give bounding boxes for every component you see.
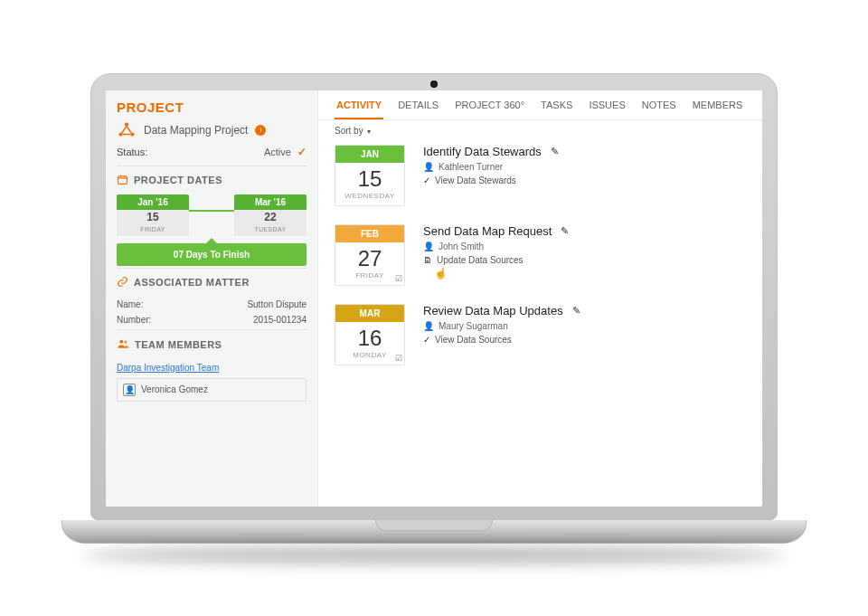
activity-feed: JAN15WEDNESDAYIdentify Data Stewards✎👤Ka… (318, 141, 762, 369)
activity-title: Review Data Map Updates (423, 304, 563, 317)
date-range-end: Mar '16 22 TUESDAY (234, 194, 307, 236)
tab-activity[interactable]: ACTIVITY (335, 100, 383, 119)
people-icon (117, 337, 129, 352)
screen-bezel: PROJECT Data Mapping Project i St (90, 73, 778, 520)
calendar-tile: JAN15WEDNESDAY (335, 145, 405, 206)
calendar-month: JAN (335, 146, 404, 163)
activity-sub-label: View Data Sources (435, 335, 512, 345)
calendar-tile: FEB27FRIDAY☑ (335, 224, 405, 286)
tabs-nav: ACTIVITYDETAILSPROJECT 360°TASKSISSUESNO… (318, 90, 762, 120)
activity-person: Maury Sugarman (439, 321, 508, 331)
document-icon: 🗎 (423, 255, 432, 265)
link-icon (117, 276, 128, 289)
chevron-down-icon: ▾ (367, 128, 371, 136)
calendar-day: 27 (335, 242, 404, 271)
activity-sub-row[interactable]: ✓View Data Stewards (423, 175, 559, 185)
activity-card: JAN15WEDNESDAYIdentify Data Stewards✎👤Ka… (335, 145, 746, 206)
calendar-weekday: WEDNESDAY (335, 192, 404, 205)
matter-name-row: Name: Sutton Dispute (117, 297, 307, 312)
corner-check-icon: ☑ (395, 274, 402, 283)
edit-icon[interactable]: ✎ (572, 305, 580, 317)
activity-sub-row[interactable]: ✓View Data Sources (423, 335, 580, 345)
person-icon: 👤 (123, 384, 136, 396)
date-range-start: Jan '16 15 FRIDAY (117, 194, 189, 236)
check-icon: ✓ (297, 146, 307, 158)
calendar-icon (117, 174, 128, 187)
activity-person: Kathleen Turner (439, 162, 503, 172)
svg-point-1 (118, 132, 122, 136)
calendar-tile: MAR16MONDAY☑ (335, 304, 405, 365)
tab-issues[interactable]: ISSUES (587, 100, 627, 119)
cursor-hand-icon: ☝ (434, 267, 569, 280)
matter-number-row: Number: 2015-001234 (117, 312, 307, 327)
activity-body: Review Data Map Updates✎👤Maury Sugarman✓… (423, 304, 580, 365)
status-row: Status: Active ✓ (117, 146, 307, 158)
section-heading: PROJECT DATES (134, 175, 222, 185)
activity-sub-row[interactable]: 🗎Update Data Sources (423, 255, 569, 265)
corner-check-icon: ☑ (395, 354, 402, 363)
project-sidebar: PROJECT Data Mapping Project i St (106, 90, 318, 507)
trackpad-notch (375, 520, 493, 531)
calendar-day: 16 (335, 322, 404, 351)
activity-title-row: Identify Data Stewards✎ (423, 145, 559, 158)
svg-point-5 (125, 340, 127, 343)
laptop-base (61, 520, 807, 544)
activity-card: MAR16MONDAY☑Review Data Map Updates✎👤Mau… (335, 304, 746, 365)
edit-icon[interactable]: ✎ (551, 146, 559, 157)
team-link[interactable]: Darpa Investigation Team (117, 359, 307, 378)
section-heading: TEAM MEMBERS (135, 339, 222, 350)
tab-details[interactable]: DETAILS (396, 100, 440, 119)
tab-members[interactable]: MEMBERS (691, 100, 745, 119)
days-remaining-pill: 07 Days To Finish (117, 243, 307, 266)
team-member-row[interactable]: 👤 Veronica Gomez (117, 378, 307, 402)
tab-notes[interactable]: NOTES (640, 100, 678, 119)
svg-point-0 (125, 122, 128, 126)
info-icon[interactable]: i (255, 125, 266, 136)
main-panel: ACTIVITYDETAILSPROJECT 360°TASKSISSUESNO… (318, 90, 762, 507)
person-icon: 👤 (423, 162, 434, 172)
section-heading: ASSOCIATED MATTER (134, 277, 250, 288)
calendar-weekday: MONDAY (335, 351, 404, 365)
calendar-weekday: FRIDAY (335, 271, 404, 285)
status-value: Active ✓ (264, 146, 307, 158)
activity-card: FEB27FRIDAY☑Send Data Map Request✎👤John … (335, 224, 746, 286)
tab-tasks[interactable]: TASKS (539, 100, 574, 119)
activity-title: Send Data Map Request (423, 224, 552, 238)
svg-point-4 (119, 339, 123, 343)
person-icon: 👤 (423, 321, 434, 331)
activity-sub-label: Update Data Sources (437, 255, 524, 265)
project-nodes-icon (117, 120, 137, 140)
team-member-name: Veronica Gomez (141, 384, 208, 394)
activity-title: Identify Data Stewards (423, 145, 542, 158)
app-screen: PROJECT Data Mapping Project i St (106, 90, 762, 507)
activity-person-row: 👤Kathleen Turner (423, 162, 559, 172)
laptop-mockup: PROJECT Data Mapping Project i St (90, 73, 778, 544)
activity-person: John Smith (439, 242, 484, 251)
calendar-month: FEB (335, 225, 404, 242)
activity-person-row: 👤John Smith (423, 242, 569, 251)
calendar-day: 15 (335, 163, 404, 192)
activity-person-row: 👤Maury Sugarman (423, 321, 580, 331)
drop-shadow (81, 547, 787, 564)
sort-by-dropdown[interactable]: Sort by ▾ (318, 120, 762, 141)
person-icon: 👤 (423, 242, 434, 251)
status-label: Status: (117, 147, 147, 157)
section-project-dates: PROJECT DATES (117, 166, 307, 187)
check-icon: ✓ (423, 175, 430, 185)
activity-sub-label: View Data Stewards (435, 175, 516, 185)
project-title: Data Mapping Project (144, 124, 248, 137)
check-icon: ✓ (423, 335, 430, 345)
project-title-row: Data Mapping Project i (117, 120, 307, 140)
svg-point-2 (130, 132, 134, 136)
activity-title-row: Review Data Map Updates✎ (423, 304, 580, 317)
camera-dot (430, 81, 438, 88)
svg-rect-3 (118, 175, 127, 184)
edit-icon[interactable]: ✎ (561, 225, 569, 237)
activity-body: Identify Data Stewards✎👤Kathleen Turner✓… (423, 145, 559, 206)
section-associated-matter: ASSOCIATED MATTER (117, 268, 307, 289)
activity-body: Send Data Map Request✎👤John Smith🗎Update… (423, 224, 569, 286)
section-team-members: TEAM MEMBERS (117, 329, 307, 352)
tab-project-360-[interactable]: PROJECT 360° (453, 100, 526, 119)
project-label: PROJECT (117, 100, 307, 115)
date-range: Jan '16 15 FRIDAY Mar '16 22 TUESDAY (117, 194, 307, 238)
